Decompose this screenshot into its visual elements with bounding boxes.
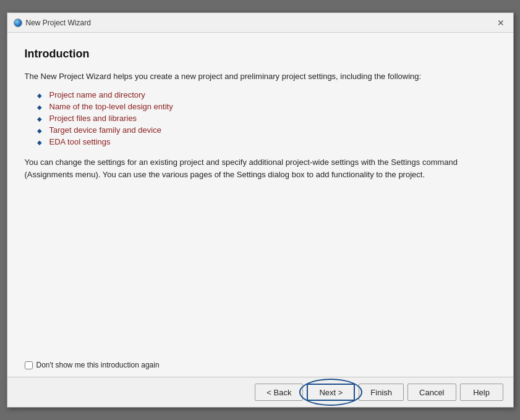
dont-show-label[interactable]: Don't show me this introduction again — [36, 361, 160, 369]
back-button[interactable]: < Back — [255, 384, 303, 401]
help-button[interactable]: Help — [460, 384, 503, 401]
title-bar: New Project Wizard ✕ — [7, 13, 513, 33]
bullet-text: Target device family and device — [49, 125, 161, 135]
next-button-wrapper: Next > — [307, 384, 355, 401]
list-item: ◆ Target device family and device — [37, 125, 496, 135]
section-heading: Introduction — [25, 48, 496, 61]
list-item: ◆ Project files and libraries — [37, 114, 496, 123]
intro-paragraph: The New Project Wizard helps you create … — [25, 70, 496, 83]
bullet-text: Name of the top-level design entity — [49, 102, 173, 111]
title-bar-left: New Project Wizard — [14, 19, 91, 27]
bullet-diamond-icon: ◆ — [37, 139, 42, 146]
settings-paragraph: You can change the settings for an exist… — [25, 156, 496, 182]
wizard-icon — [14, 19, 22, 27]
bullet-diamond-icon: ◆ — [37, 127, 42, 134]
main-content: Introduction The New Project Wizard help… — [7, 33, 513, 353]
button-bar: < Back Next > Finish Cancel Help — [7, 377, 513, 407]
bullet-list: ◆ Project name and directory ◆ Name of t… — [37, 90, 496, 146]
dialog-window: New Project Wizard ✕ Introduction The Ne… — [7, 12, 514, 408]
bullet-text: Project files and libraries — [49, 114, 137, 123]
bullet-diamond-icon: ◆ — [37, 116, 42, 122]
footer-area: Don't show me this introduction again < … — [7, 353, 513, 407]
finish-button[interactable]: Finish — [359, 384, 404, 401]
cancel-button[interactable]: Cancel — [407, 384, 456, 401]
list-item: ◆ EDA tool settings — [37, 137, 496, 146]
checkbox-area: Don't show me this introduction again — [7, 353, 513, 377]
bullet-text: Project name and directory — [49, 90, 145, 99]
bullet-diamond-icon: ◆ — [37, 92, 42, 99]
list-item: ◆ Project name and directory — [37, 90, 496, 99]
bullet-diamond-icon: ◆ — [37, 104, 42, 111]
list-item: ◆ Name of the top-level design entity — [37, 102, 496, 111]
close-button[interactable]: ✕ — [495, 17, 507, 28]
bullet-text: EDA tool settings — [49, 137, 111, 146]
next-button[interactable]: Next > — [307, 384, 355, 401]
dont-show-checkbox[interactable] — [25, 361, 33, 369]
dialog-title: New Project Wizard — [26, 19, 91, 27]
